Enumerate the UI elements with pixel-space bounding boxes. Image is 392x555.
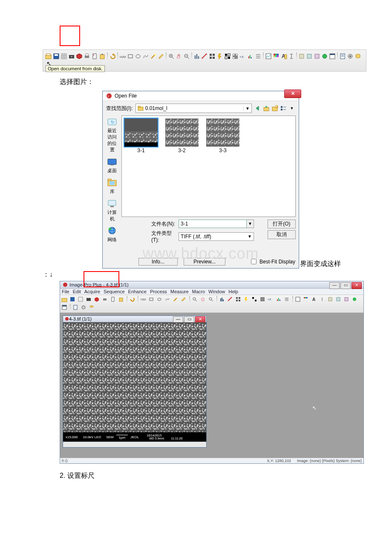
small3-icon[interactable]: [314, 53, 320, 60]
undo-icon[interactable]: [109, 53, 116, 60]
doc-icon[interactable]: [110, 296, 117, 303]
table-icon[interactable]: [329, 53, 336, 60]
db-icon[interactable]: [89, 304, 95, 311]
clip-icon[interactable]: [118, 296, 125, 303]
newfolder-icon[interactable]: ★: [271, 105, 278, 112]
grid2-icon[interactable]: [235, 296, 242, 303]
bestfit-input[interactable]: [251, 259, 257, 264]
views-icon[interactable]: [280, 105, 287, 112]
pencil-icon[interactable]: [158, 53, 164, 60]
small2-icon[interactable]: [335, 296, 342, 303]
four-icon[interactable]: [251, 296, 258, 303]
four-icon[interactable]: [224, 53, 231, 60]
menu-item[interactable]: Sequence: [104, 289, 125, 294]
grid-icon[interactable]: [78, 296, 84, 303]
cancel-button[interactable]: 取消: [268, 230, 296, 239]
filename-input[interactable]: [179, 220, 247, 228]
filetype-dropdown[interactable]: TIFF (.tif, .tiff)▼: [179, 232, 254, 241]
pencil-icon[interactable]: [181, 296, 187, 303]
ibeam-icon[interactable]: [319, 296, 326, 303]
close-button[interactable]: ✕: [352, 282, 362, 289]
minimize-button[interactable]: —: [329, 282, 340, 289]
small1-icon[interactable]: [298, 53, 305, 60]
gridc-icon[interactable]: [232, 53, 239, 60]
gear-icon[interactable]: [347, 53, 354, 60]
file-thumb[interactable]: 3-2: [165, 119, 199, 153]
doc-icon[interactable]: [91, 53, 98, 60]
colorgrid-icon[interactable]: [273, 53, 280, 60]
list-icon[interactable]: [255, 53, 262, 60]
save-icon[interactable]: [69, 296, 76, 303]
hex-red-icon[interactable]: [76, 53, 83, 60]
menu-item[interactable]: Process: [150, 289, 167, 294]
menu-item[interactable]: Acquire: [84, 289, 100, 294]
open-icon[interactable]: [61, 296, 68, 303]
grid2-icon[interactable]: [209, 53, 216, 60]
measure-icon[interactable]: [201, 53, 208, 60]
menu-item[interactable]: Measure: [170, 289, 189, 294]
gear-icon[interactable]: [81, 304, 87, 311]
clip-icon[interactable]: [99, 53, 106, 60]
open-icon[interactable]: [45, 53, 52, 60]
grid-icon[interactable]: [61, 53, 67, 60]
place-computer[interactable]: 计算机: [106, 199, 118, 222]
ibeam-icon[interactable]: [288, 53, 295, 60]
look-in-dropdown[interactable]: 0.01mol_l ▼: [135, 104, 252, 113]
wand-icon[interactable]: [150, 53, 157, 60]
small2-icon[interactable]: [306, 53, 313, 60]
small1-icon[interactable]: [327, 296, 334, 303]
measure-icon[interactable]: [227, 296, 234, 303]
small4-icon[interactable]: [352, 296, 358, 303]
place-recent[interactable]: ↻最近访问的位 置: [106, 117, 118, 153]
hand-icon[interactable]: [200, 296, 207, 303]
menu-item[interactable]: File: [62, 289, 69, 294]
rect-tool-icon[interactable]: [127, 53, 134, 60]
close-button[interactable]: ✕: [284, 90, 301, 98]
open-button[interactable]: 打开(O): [268, 220, 296, 228]
bhx-icon[interactable]: +X: [268, 296, 274, 303]
menu-item[interactable]: Edit: [73, 289, 81, 294]
place-libraries[interactable]: 库: [106, 178, 118, 195]
small4-icon[interactable]: [321, 53, 328, 60]
hist-icon[interactable]: [276, 296, 282, 303]
light-icon[interactable]: [216, 53, 223, 60]
gridc-icon[interactable]: [259, 296, 266, 303]
table-icon[interactable]: [61, 304, 68, 311]
handm-icon[interactable]: HAN: [119, 53, 126, 60]
script-icon[interactable]: [72, 304, 79, 311]
rect-tool-icon[interactable]: [148, 296, 155, 303]
zoom-out-icon[interactable]: [208, 296, 215, 303]
place-network[interactable]: 网络: [106, 226, 118, 243]
zoom-out-icon[interactable]: [183, 53, 190, 60]
menu-item[interactable]: Window: [208, 289, 225, 294]
handm-icon[interactable]: HAN: [140, 296, 147, 303]
zoom-in-icon[interactable]: [192, 296, 199, 303]
file-list[interactable]: 3-1 3-2 3-3: [121, 116, 296, 217]
camera-icon[interactable]: [68, 53, 75, 60]
menu-item[interactable]: Enhance: [128, 289, 147, 294]
text-icon[interactable]: A: [280, 53, 287, 60]
preview-button[interactable]: Preview...: [184, 258, 225, 266]
chart-icon[interactable]: [295, 296, 302, 303]
chart-icon[interactable]: [265, 53, 272, 60]
menu-item[interactable]: Macro: [192, 289, 205, 294]
zoom-in-icon[interactable]: [168, 53, 175, 60]
freehand-icon[interactable]: [142, 53, 149, 60]
small3-icon[interactable]: [343, 296, 350, 303]
chevron-down-icon[interactable]: ▼: [247, 220, 254, 228]
menu-item[interactable]: Help: [228, 289, 238, 294]
light-icon[interactable]: [243, 296, 250, 303]
wand-icon[interactable]: [173, 296, 179, 303]
camera-icon[interactable]: [86, 296, 92, 303]
hand-icon[interactable]: [176, 53, 182, 60]
back-icon[interactable]: [254, 105, 261, 112]
up-icon[interactable]: [263, 105, 270, 112]
info-button[interactable]: Info...: [138, 258, 178, 266]
bar1-icon[interactable]: [219, 296, 226, 303]
place-desktop[interactable]: 桌面: [106, 157, 118, 174]
hist-icon[interactable]: [247, 53, 254, 60]
script-icon[interactable]: [339, 53, 346, 60]
undo-icon[interactable]: [129, 296, 136, 303]
print-icon[interactable]: [84, 53, 90, 60]
ellipse-tool-icon[interactable]: [135, 53, 141, 60]
